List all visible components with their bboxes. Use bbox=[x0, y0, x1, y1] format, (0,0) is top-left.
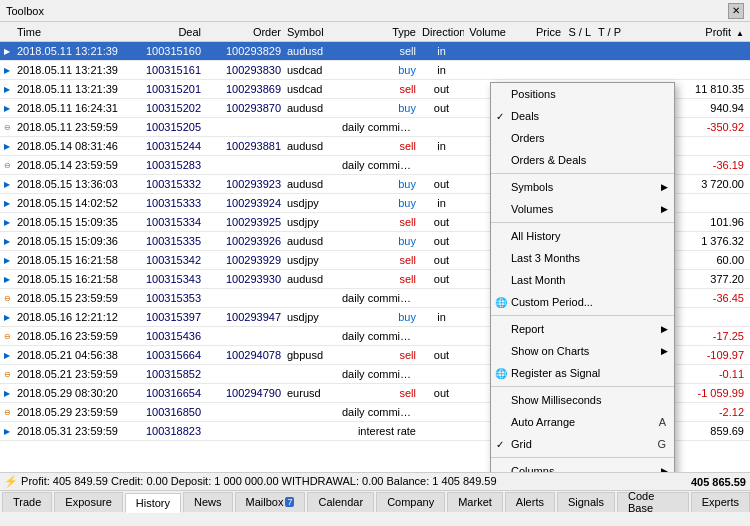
row-type: interest rate bbox=[339, 425, 419, 437]
table-row[interactable]: ▶ 2018.05.11 13:21:39 100315160 10029382… bbox=[0, 42, 750, 61]
tab-company[interactable]: Company bbox=[376, 492, 445, 512]
row-direction: in bbox=[419, 45, 464, 57]
menu-item-grid[interactable]: ✓GridG bbox=[491, 433, 674, 455]
tab-mailbox[interactable]: Mailbox7 bbox=[235, 492, 306, 512]
row-time: 2018.05.15 15:09:36 bbox=[14, 235, 124, 247]
menu-item-deals[interactable]: ✓Deals bbox=[491, 105, 674, 127]
col-header-type[interactable]: Type bbox=[339, 26, 419, 38]
tab-experts[interactable]: Experts bbox=[691, 492, 750, 512]
menu-item-show-ms[interactable]: Show Milliseconds bbox=[491, 389, 674, 411]
menu-label: Custom Period... bbox=[511, 296, 593, 308]
tab-trade[interactable]: Trade bbox=[2, 492, 52, 512]
row-symbol: audusd bbox=[284, 235, 339, 247]
row-deal: 100315161 bbox=[124, 64, 204, 76]
menu-label: Last 3 Months bbox=[511, 252, 580, 264]
menu-item-custom-period[interactable]: 🌐Custom Period... bbox=[491, 291, 674, 313]
menu-item-orders-deals[interactable]: Orders & Deals bbox=[491, 149, 674, 171]
row-order: 100293930 bbox=[204, 273, 284, 285]
row-icon: ▶ bbox=[0, 256, 14, 265]
menu-item-register-signal[interactable]: 🌐Register as Signal bbox=[491, 362, 674, 384]
col-header-symbol[interactable]: Symbol bbox=[284, 26, 339, 38]
tab-label: Experts bbox=[702, 496, 739, 508]
row-icon: ▶ bbox=[0, 427, 14, 436]
menu-label: Report bbox=[511, 323, 544, 335]
row-order: 100293869 bbox=[204, 83, 284, 95]
col-header-tp[interactable]: T / P bbox=[594, 26, 624, 38]
tab-label: Company bbox=[387, 496, 434, 508]
menu-item-columns[interactable]: Columns▶ bbox=[491, 460, 674, 472]
row-direction: out bbox=[419, 254, 464, 266]
menu-item-auto-arrange[interactable]: Auto ArrangeA bbox=[491, 411, 674, 433]
row-icon: ▶ bbox=[0, 85, 14, 94]
tab-market[interactable]: Market bbox=[447, 492, 503, 512]
menu-item-last-month[interactable]: Last Month bbox=[491, 269, 674, 291]
row-type: daily commission bbox=[339, 159, 419, 171]
menu-item-positions[interactable]: Positions bbox=[491, 83, 674, 105]
col-header-deal[interactable]: Deal bbox=[124, 26, 204, 38]
col-header-profit[interactable]: Profit ▲ bbox=[624, 26, 750, 38]
table-area: ▶ 2018.05.11 13:21:39 100315160 10029382… bbox=[0, 42, 750, 472]
row-order: 100293829 bbox=[204, 45, 284, 57]
globe-icon: 🌐 bbox=[495, 367, 507, 379]
tab-label: News bbox=[194, 496, 222, 508]
col-header-sl[interactable]: S / L bbox=[564, 26, 594, 38]
row-type: buy bbox=[339, 102, 419, 114]
row-type: sell bbox=[339, 387, 419, 399]
row-symbol: audusd bbox=[284, 102, 339, 114]
menu-shortcut: G bbox=[657, 438, 666, 450]
tab-label: History bbox=[136, 497, 170, 509]
menu-item-last3months[interactable]: Last 3 Months bbox=[491, 247, 674, 269]
row-deal: 100315397 bbox=[124, 311, 204, 323]
row-icon: ⊖ bbox=[0, 123, 14, 132]
menu-label: Symbols bbox=[511, 181, 553, 193]
col-header-direction[interactable]: Direction bbox=[419, 26, 464, 38]
table-row[interactable]: ▶ 2018.05.11 13:21:39 100315161 10029383… bbox=[0, 61, 750, 80]
menu-item-volumes[interactable]: Volumes▶ bbox=[491, 198, 674, 220]
submenu-arrow-icon: ▶ bbox=[661, 346, 668, 356]
row-order: 100293870 bbox=[204, 102, 284, 114]
menu-item-orders[interactable]: Orders bbox=[491, 127, 674, 149]
row-icon: ▶ bbox=[0, 351, 14, 360]
tab-label: Exposure bbox=[65, 496, 111, 508]
menu-label: Columns bbox=[511, 465, 554, 472]
row-type: sell bbox=[339, 216, 419, 228]
col-header-price[interactable]: Price bbox=[509, 26, 564, 38]
row-icon: ▶ bbox=[0, 66, 14, 75]
tab-alerts[interactable]: Alerts bbox=[505, 492, 555, 512]
row-deal: 100315202 bbox=[124, 102, 204, 114]
row-symbol: usdjpy bbox=[284, 216, 339, 228]
menu-item-show-on-charts[interactable]: Show on Charts▶ bbox=[491, 340, 674, 362]
row-time: 2018.05.11 16:24:31 bbox=[14, 102, 124, 114]
row-direction: in bbox=[419, 140, 464, 152]
submenu-arrow-icon: ▶ bbox=[661, 204, 668, 214]
row-deal: 100315664 bbox=[124, 349, 204, 361]
menu-separator bbox=[491, 222, 674, 223]
row-deal: 100315342 bbox=[124, 254, 204, 266]
tab-history[interactable]: History bbox=[125, 493, 181, 513]
tab-calendar[interactable]: Calendar bbox=[307, 492, 374, 512]
tab-label: Mailbox bbox=[246, 496, 284, 508]
row-deal: 100315201 bbox=[124, 83, 204, 95]
tab-signals[interactable]: Signals bbox=[557, 492, 615, 512]
menu-label: Register as Signal bbox=[511, 367, 600, 379]
row-time: 2018.05.21 23:59:59 bbox=[14, 368, 124, 380]
checkmark-icon: ✓ bbox=[496, 111, 504, 122]
menu-item-report[interactable]: Report▶ bbox=[491, 318, 674, 340]
menu-item-symbols[interactable]: Symbols▶ bbox=[491, 176, 674, 198]
submenu-arrow-icon: ▶ bbox=[661, 466, 668, 472]
row-direction: out bbox=[419, 216, 464, 228]
col-header-time[interactable]: Time bbox=[14, 26, 124, 38]
tab-exposure[interactable]: Exposure bbox=[54, 492, 122, 512]
col-header-volume[interactable]: Volume bbox=[464, 26, 509, 38]
row-type: buy bbox=[339, 178, 419, 190]
tab-codebase[interactable]: Code Base bbox=[617, 492, 689, 512]
row-order: 100293830 bbox=[204, 64, 284, 76]
row-direction: out bbox=[419, 387, 464, 399]
col-header-order[interactable]: Order bbox=[204, 26, 284, 38]
menu-item-all-history[interactable]: All History bbox=[491, 225, 674, 247]
row-order: 100293923 bbox=[204, 178, 284, 190]
close-button[interactable]: ✕ bbox=[728, 3, 744, 19]
row-deal: 100315334 bbox=[124, 216, 204, 228]
row-type: buy bbox=[339, 311, 419, 323]
tab-news[interactable]: News bbox=[183, 492, 233, 512]
